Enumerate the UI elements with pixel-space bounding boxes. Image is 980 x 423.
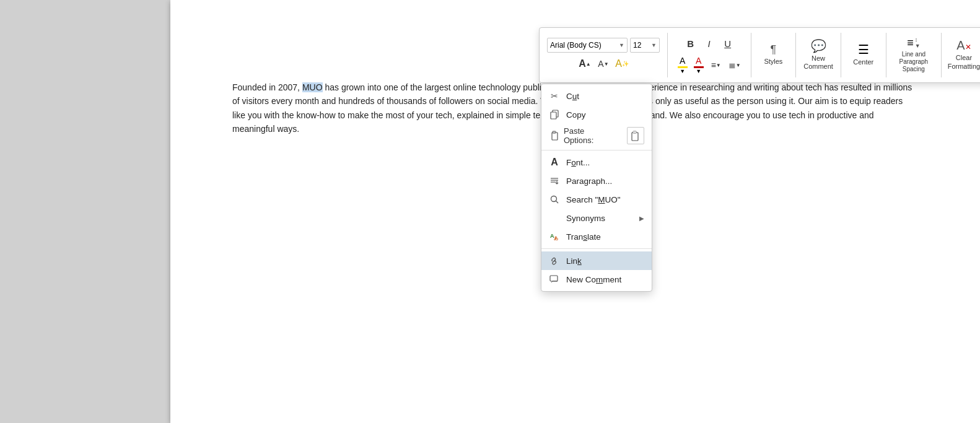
- menu-item-link[interactable]: Link: [541, 251, 652, 270]
- styles-btn[interactable]: ¶ Styles: [755, 30, 792, 79]
- selected-text: MUO: [302, 82, 323, 92]
- menu-item-synonyms-label: Synonyms: [566, 214, 605, 223]
- font-color-btn[interactable]: A ▼: [691, 55, 706, 76]
- svg-rect-6: [633, 131, 636, 133]
- menu-item-translate[interactable]: A あ Translate: [541, 227, 652, 246]
- copy-icon: [549, 109, 560, 120]
- font-icon: A: [549, 157, 560, 168]
- bullet-list-btn[interactable]: ≡▼: [707, 56, 725, 74]
- paragraph-icon: [549, 175, 560, 186]
- formatting-toolbar: Arial (Body CS) ▼ 12 ▼ A▲ A▼ A✨ B I U: [539, 27, 980, 83]
- document-area: Arial (Body CS) ▼ 12 ▼ A▲ A▼ A✨ B I U: [170, 0, 980, 423]
- italic-btn[interactable]: I: [701, 35, 718, 52]
- context-menu: ✂ Cut Copy Paste Options:: [541, 84, 652, 292]
- synonyms-arrow-icon: ▶: [639, 215, 644, 222]
- menu-item-search[interactable]: Search "MUO": [541, 190, 652, 209]
- font-group: Arial (Body CS) ▼ 12 ▼ A▲ A▼ A✨: [543, 30, 663, 80]
- menu-item-new-comment[interactable]: New Comment: [541, 270, 652, 289]
- search-icon: [549, 194, 560, 205]
- menu-item-synonyms[interactable]: Synonyms ▶: [541, 209, 652, 227]
- font-family-selector[interactable]: Arial (Body CS) ▼: [547, 38, 628, 53]
- divider-4: [841, 33, 841, 77]
- svg-rect-14: [550, 276, 558, 281]
- menu-item-cut[interactable]: ✂ Cut: [541, 87, 652, 105]
- underline-btn[interactable]: U: [719, 35, 737, 52]
- menu-item-new-comment-label: New Comment: [566, 275, 621, 284]
- divider-1: [667, 33, 668, 77]
- center-btn[interactable]: ☰ Center: [845, 30, 882, 79]
- menu-item-search-label: Search "MUO": [566, 195, 621, 204]
- bold-btn[interactable]: B: [682, 35, 699, 52]
- font-size-selector[interactable]: 12 ▼: [630, 38, 660, 53]
- paste-options-label: Paste Options:: [564, 126, 616, 145]
- menu-item-font-label: Font...: [566, 158, 590, 167]
- synonyms-icon: [549, 212, 560, 224]
- menu-item-cut-label: Cut: [566, 92, 579, 101]
- decrease-font-btn[interactable]: A▼: [595, 55, 612, 72]
- svg-rect-3: [553, 131, 556, 133]
- menu-item-paragraph-label: Paragraph...: [566, 177, 612, 186]
- menu-item-paste-options: Paste Options:: [541, 124, 652, 147]
- spacing-btn[interactable]: ≡ ↕▼ Line and ParagraphSpacing: [890, 30, 937, 79]
- cut-icon: ✂: [549, 90, 560, 102]
- svg-rect-4: [632, 133, 638, 141]
- divider-6: [941, 33, 942, 77]
- highlight-color-btn[interactable]: A ▼: [675, 55, 690, 76]
- menu-item-link-label: Link: [566, 256, 582, 266]
- svg-point-10: [551, 196, 557, 202]
- link-icon: [549, 255, 560, 266]
- menu-item-copy[interactable]: Copy: [541, 105, 652, 124]
- text-effects-btn[interactable]: A✨: [613, 55, 631, 72]
- menu-divider-1: [541, 150, 652, 150]
- clear-formatting-btn[interactable]: A✕ ClearFormatting: [945, 30, 980, 79]
- divider-2: [751, 33, 751, 77]
- numbered-list-btn[interactable]: ≣▼: [726, 56, 743, 74]
- menu-item-copy-label: Copy: [566, 110, 586, 120]
- svg-rect-1: [551, 112, 556, 119]
- menu-item-paragraph[interactable]: Paragraph...: [541, 172, 652, 190]
- svg-line-11: [556, 201, 559, 204]
- svg-rect-2: [552, 133, 558, 140]
- paste-default-btn[interactable]: [627, 127, 644, 144]
- divider-5: [886, 33, 886, 77]
- increase-font-btn[interactable]: A▲: [576, 55, 593, 72]
- new-comment-icon: [549, 274, 560, 285]
- paste-icon: [549, 130, 560, 141]
- menu-item-font[interactable]: A Font...: [541, 153, 652, 172]
- character-format-group: B I U A ▼ A ▼ ≡▼ ≣▼: [672, 30, 747, 80]
- new-comment-btn[interactable]: 💬 NewComment: [800, 30, 837, 79]
- menu-item-translate-label: Translate: [566, 232, 601, 242]
- translate-icon: A あ: [549, 231, 560, 242]
- menu-divider-2: [541, 248, 652, 249]
- divider-3: [795, 33, 796, 77]
- svg-text:あ: あ: [554, 236, 558, 241]
